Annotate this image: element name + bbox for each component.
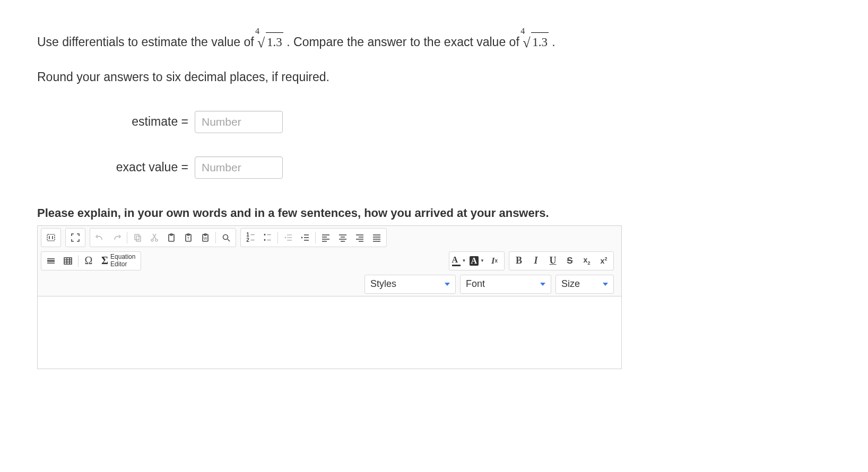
rich-text-editor: T W 1 ─2 ─ • ─• ─ bbox=[37, 225, 622, 369]
remove-format-icon[interactable]: Ix bbox=[486, 253, 503, 269]
source-icon[interactable] bbox=[42, 230, 59, 246]
chevron-down-icon: ▼ bbox=[480, 258, 484, 263]
font-dropdown[interactable]: Font bbox=[460, 275, 551, 294]
root-radicand-1: 1.3 bbox=[266, 32, 283, 53]
svg-line-18 bbox=[228, 239, 230, 241]
align-left-icon[interactable] bbox=[317, 230, 334, 246]
toolbar-row-1: T W 1 ─2 ─ • ─• ─ bbox=[38, 226, 621, 249]
strikethrough-button[interactable]: S bbox=[561, 253, 578, 269]
svg-point-17 bbox=[223, 234, 228, 239]
unordered-list-icon[interactable]: • ─• ─ bbox=[259, 230, 276, 246]
align-right-icon[interactable] bbox=[351, 230, 368, 246]
highlight-color-button[interactable]: A ▼ bbox=[468, 256, 486, 266]
align-justify-icon[interactable] bbox=[368, 230, 385, 246]
equation-label-bottom: Editor bbox=[110, 261, 135, 268]
equation-label-top: Equation bbox=[110, 254, 135, 260]
svg-point-8 bbox=[155, 239, 158, 241]
toolbar-row-3: Styles Font Size bbox=[38, 273, 621, 296]
question-part2: . Compare the answer to the exact value … bbox=[287, 35, 523, 49]
root-index-1: 4 bbox=[255, 24, 259, 38]
svg-point-7 bbox=[151, 239, 153, 241]
cut-icon[interactable] bbox=[146, 230, 163, 246]
redo-icon[interactable] bbox=[108, 230, 125, 246]
horizontal-rule-icon[interactable] bbox=[42, 253, 59, 269]
svg-rect-3 bbox=[135, 234, 139, 240]
chevron-down-icon bbox=[540, 283, 545, 286]
font-dropdown-label: Font bbox=[466, 278, 485, 290]
text-color-button[interactable]: A ▼ bbox=[450, 255, 468, 266]
paste-icon[interactable] bbox=[163, 230, 180, 246]
estimate-input[interactable] bbox=[195, 111, 283, 133]
sigma-icon: Σ bbox=[101, 255, 108, 267]
outdent-icon[interactable] bbox=[280, 230, 297, 246]
italic-button[interactable]: I bbox=[527, 253, 544, 269]
svg-text:T: T bbox=[187, 237, 190, 240]
exact-input[interactable] bbox=[195, 156, 283, 179]
question-text: Use differentials to estimate the value … bbox=[37, 32, 831, 54]
maximize-icon[interactable] bbox=[67, 230, 84, 246]
undo-icon[interactable] bbox=[91, 230, 108, 246]
indent-icon[interactable] bbox=[297, 230, 314, 246]
equation-editor-button[interactable]: Σ Equation Editor bbox=[97, 253, 140, 269]
chevron-down-icon: ▼ bbox=[462, 258, 466, 263]
estimate-label: estimate = bbox=[82, 115, 195, 129]
radical-expression-1: 4 √ 1.3 bbox=[257, 32, 283, 54]
size-dropdown-label: Size bbox=[561, 278, 580, 290]
instruction-text: Round your answers to six decimal places… bbox=[37, 70, 831, 84]
paste-word-icon[interactable]: W bbox=[197, 230, 214, 246]
styles-dropdown-label: Styles bbox=[370, 278, 396, 290]
svg-marker-22 bbox=[284, 237, 286, 239]
editor-toolbar: T W 1 ─2 ─ • ─• ─ bbox=[38, 226, 621, 296]
exact-label: exact value = bbox=[82, 160, 195, 174]
svg-rect-46 bbox=[64, 258, 72, 264]
paste-text-icon[interactable]: T bbox=[180, 230, 197, 246]
editor-content-area[interactable] bbox=[38, 296, 621, 369]
svg-marker-26 bbox=[301, 237, 303, 239]
svg-text:W: W bbox=[204, 237, 207, 240]
svg-rect-4 bbox=[136, 236, 141, 241]
svg-rect-0 bbox=[47, 234, 55, 241]
underline-button[interactable]: U bbox=[544, 253, 561, 269]
size-dropdown[interactable]: Size bbox=[555, 275, 614, 294]
bold-button[interactable]: B bbox=[510, 253, 527, 269]
table-icon[interactable] bbox=[59, 253, 76, 269]
ordered-list-icon[interactable]: 1 ─2 ─ bbox=[242, 230, 259, 246]
special-char-icon[interactable]: Ω bbox=[80, 253, 97, 269]
chevron-down-icon bbox=[445, 283, 450, 286]
question-part1: Use differentials to estimate the value … bbox=[37, 35, 257, 49]
question-part3: . bbox=[552, 35, 555, 49]
subscript-button[interactable]: x2 bbox=[578, 253, 595, 269]
explanation-prompt: Please explain, in your own words and in… bbox=[37, 206, 831, 220]
find-icon[interactable] bbox=[218, 230, 235, 246]
chevron-down-icon bbox=[603, 283, 608, 286]
estimate-row: estimate = bbox=[82, 111, 831, 133]
align-center-icon[interactable] bbox=[334, 230, 351, 246]
styles-dropdown[interactable]: Styles bbox=[364, 275, 456, 294]
exact-row: exact value = bbox=[82, 156, 831, 179]
radical-expression-2: 4 √ 1.3 bbox=[523, 32, 549, 54]
root-radicand-2: 1.3 bbox=[531, 32, 549, 53]
root-index-2: 4 bbox=[520, 24, 525, 38]
toolbar-row-2: Ω Σ Equation Editor A bbox=[38, 249, 621, 273]
superscript-button[interactable]: x2 bbox=[595, 253, 612, 269]
answers-section: estimate = exact value = bbox=[82, 111, 831, 179]
copy-icon[interactable] bbox=[129, 230, 146, 246]
